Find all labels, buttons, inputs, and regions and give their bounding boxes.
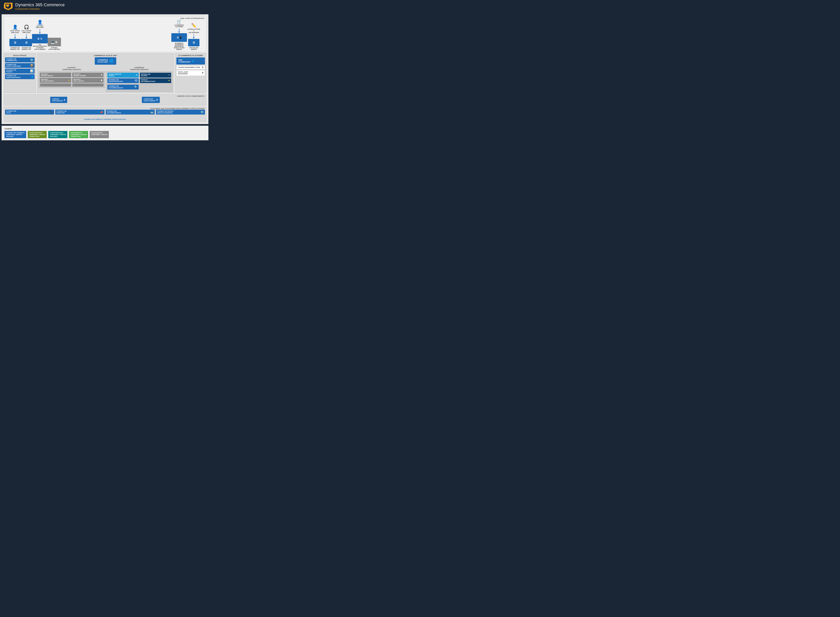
dynamics-logo-icon: [4, 3, 12, 10]
azure-search-icon: ☁️: [136, 74, 137, 76]
sales-label: DYNAMICS 365SALES: [6, 111, 16, 114]
legend-items: DYNAMICS 365 COMMERCECOMPONENT / SERVICE…: [4, 131, 205, 138]
commerce-surround-left: AZURE COGNITIVESEARCH ☁️ DYNAMICS 365FRA…: [108, 73, 139, 90]
legend-d365-available: DYNAMICS 365 COMMERCECOMPONENT / SERVICE…: [4, 131, 26, 138]
digital-asset-label: DIGITAL ASSETMANAGEMENT: [178, 71, 188, 75]
back-office-person-icon: 👤: [12, 25, 18, 30]
ecommerce-platform-label: E-COMMERCE PLATFORM: [177, 55, 205, 56]
digital-asset-icon: 🗄: [202, 72, 203, 74]
fraud-label: DYNAMICS 365FRAUD PROTECTION: [109, 79, 123, 83]
azure-data-lake-label: AZURE DATALAKE STORAGE: [144, 98, 155, 102]
card-d365-customer-service: DYNAMICS 365CUSTOMER SERVICE 🚌: [106, 110, 155, 115]
third-party-inner: 3RD PARTYSHIPPING SERVICE 🚢 3RD PARTYGIF…: [38, 71, 105, 88]
end-user-label: END USER EXPERIENCES: [180, 18, 205, 19]
common-data-service-box: COMMONDATA SERVICE 🗄: [50, 97, 67, 103]
sales-icon: 📞: [50, 111, 53, 114]
user-external-apps: 💻🖥 EXTERNALAPPS & SERVICES: [48, 37, 61, 50]
supply-chain-label: DYNAMICS 365SUPPLY CHAIN MGMT: [6, 64, 21, 67]
card-payment-gateway: 3RD PARTYPAYMENT GATEWAY 🏛: [72, 73, 103, 77]
customer-engagement-label: DYNAMICS 365 CUSTOMER ENGAGEMENT APPLICA…: [150, 108, 205, 110]
unified-data-section: UNIFIED DATA COMPONENTS COMMONDATA SERVI…: [4, 94, 206, 106]
card-content-management: CONTENT MANAGEMENT STORE 🗄: [177, 65, 205, 69]
card-commerce-hq: DYNAMICS 365COMMERCE HQ ⚙️: [5, 58, 35, 62]
external-apps-label: EXTERNALAPPS & SERVICES: [49, 47, 60, 50]
ecommerce-device: 🖥📱: [171, 33, 187, 42]
ecommerce-platform-panel: E-COMMERCE PLATFORM WEBSTOREFRONT 🌐 CONT…: [175, 53, 206, 93]
legend-microsoft-coming-soon: OTHER MICROSOFTCOMPONENT / SERVICECOMING…: [28, 131, 47, 138]
customer-service-label: DYNAMICS 365CUSTOMER SERVICE: [107, 111, 121, 114]
recommendations-label: PRODUCTRECOMMENDATIONS: [141, 79, 155, 83]
commerce-available-text: DYNAMICS 365 COMMERCE COMPONENT SERVICE …: [84, 119, 126, 120]
marketing-icon: 📣: [100, 111, 103, 114]
commerce-surround: COMMERCESURROUND SERVICES AZURE COGNITIV…: [106, 66, 172, 92]
recommendations-icon: 💡: [168, 80, 170, 81]
shipping-label: 3RD PARTYSHIPPING SERVICE: [41, 74, 53, 77]
ratings-icon: 📷: [168, 74, 170, 76]
third-party-surround: 3rd PARTYSURROUND SERVICES 3RD PARTYSHIP…: [38, 66, 105, 92]
external-apps-device: 💻🖥: [48, 38, 61, 46]
in-store-person-icon: 👤: [37, 20, 43, 25]
ratings-label: RATINGS ANDREVIEWS: [141, 74, 150, 77]
arrow-in-store: [40, 29, 40, 33]
content-author-icon: ✏️: [191, 23, 196, 28]
back-office-device-label: DYNAMICS 365WEBSITE / APP: [10, 47, 20, 50]
payment-label: 3RD PARTYPAYMENT GATEWAY: [74, 74, 86, 77]
project-service-icon: ⚙️: [200, 111, 204, 114]
ecommerce-person-icon: 🛒: [177, 19, 182, 24]
fiscal-icon: 📄: [101, 80, 102, 81]
content-mgmt-label: CONTENT MANAGEMENT STORE: [178, 66, 200, 68]
supply-chain-icon: 📦: [30, 64, 33, 67]
shipping-icon: 🚢: [68, 74, 70, 76]
customer-service-icon: 🚌: [150, 111, 153, 114]
customer-insights-icon: 🔍: [134, 86, 137, 89]
card-d365-sales: DYNAMICS 365SALES 📞: [5, 110, 54, 115]
card-fraud-protection: DYNAMICS 365FRAUD PROTECTION 🛡: [108, 78, 139, 83]
unified-data-content: COMMONDATA SERVICE 🗄 AZURE DATALAKE STOR…: [5, 96, 205, 104]
ecommerce-label: E-COMMERCECUSTOMER: [174, 24, 184, 28]
pos-device: 🖥🖱: [32, 34, 48, 43]
call-center-device: 🖥: [21, 39, 32, 46]
web-storefront-box: WEBSTOREFRONT 🌐: [177, 58, 205, 65]
card-fiscal-service: 3RD PARTYFISCAL SERVICE 📄: [72, 78, 103, 83]
arrow-call-center: [26, 34, 27, 38]
call-center-person-icon: 🎧: [24, 25, 29, 30]
web-storefront-label: WEBSTOREFRONT: [178, 59, 190, 63]
arrow-back-office: [15, 34, 15, 38]
third-party-label: 3rd PARTYSURROUND SERVICES: [38, 66, 105, 71]
back-office-device: 🖥: [9, 39, 21, 46]
project-service-label: DYNAMICS 365 PROJECTSERVICE AUTOMATION: [157, 111, 174, 114]
site-builder-label: SITE BUILDERWEBSITE: [189, 47, 198, 50]
call-center-label: CALL CENTEREMPLOYEE: [22, 30, 31, 33]
fiscal-label: 3RD PARTYFISCAL SERVICE: [74, 79, 84, 82]
header: Dynamics 365 Commerce Component Overview: [0, 0, 210, 13]
call-center-device-label: DYNAMICS 365WEBSITE / APP: [22, 47, 31, 50]
card-azure-search: AZURE COGNITIVESEARCH ☁️: [108, 73, 139, 78]
finance-icon: 📊: [30, 69, 33, 73]
card-third-party-more-right: ...: [72, 83, 103, 87]
content-author-label: CONTENT AUTHOR &SITE MANAGER: [187, 28, 200, 33]
card-gift-card: 3RD PARTYGIFT CARD SERVICE 💳: [40, 78, 71, 83]
fraud-icon: 🛡: [135, 79, 137, 83]
middle-row: BACK OFFICE DYNAMICS 365COMMERCE HQ ⚙️ D…: [4, 53, 206, 93]
commerce-hq-icon: ⚙️: [30, 58, 33, 62]
legend-title: LEGEND: [4, 128, 205, 130]
more-right-label: ...: [74, 84, 74, 86]
unified-data-label: UNIFIED DATA COMPONENTS: [177, 95, 205, 97]
common-data-service-label: COMMONDATA SERVICE: [52, 98, 63, 102]
marketing-label: DYNAMICS 365MARKETING: [56, 111, 66, 114]
scale-unit-panel: COMMERCE SCALE UNIT COMMERCESCALE UNIT 🌐…: [37, 53, 174, 93]
card-human-resources: DYNAMICS 365HUMAN RESOURCES 👥: [5, 74, 35, 79]
azure-data-lake-icon: 🗄: [156, 99, 158, 101]
azure-data-lake-box: AZURE DATALAKE STORAGE 🗄: [142, 97, 160, 103]
content-mgmt-icon: 🗄: [202, 66, 203, 68]
arrow-content-author: [194, 34, 194, 38]
commerce-available-banner: DYNAMICS 365 COMMERCE COMPONENT SERVICE …: [5, 117, 205, 121]
user-call-center: 🎧 CALL CENTEREMPLOYEE 🖥 DYNAMICS 365WEBS…: [21, 25, 32, 50]
card-finance: DYNAMICS 365FINANCE 📊: [5, 69, 35, 74]
customer-insights-label: DYNAMICS 365CUSTOMER INSIGHTS: [109, 86, 123, 89]
legend-section: LEGEND DYNAMICS 365 COMMERCECOMPONENT / …: [1, 125, 208, 140]
end-user-row: 👤 BACK OFFICEEMPLOYEE 🖥 DYNAMICS 365WEBS…: [6, 18, 205, 50]
csu-globe-icon: 🌐: [109, 59, 113, 63]
diagram-wrapper: END USER EXPERIENCES 👤 BACK OFFICEEMPLOY…: [1, 14, 208, 124]
csu-box: COMMERCESCALE UNIT 🌐: [95, 57, 116, 65]
